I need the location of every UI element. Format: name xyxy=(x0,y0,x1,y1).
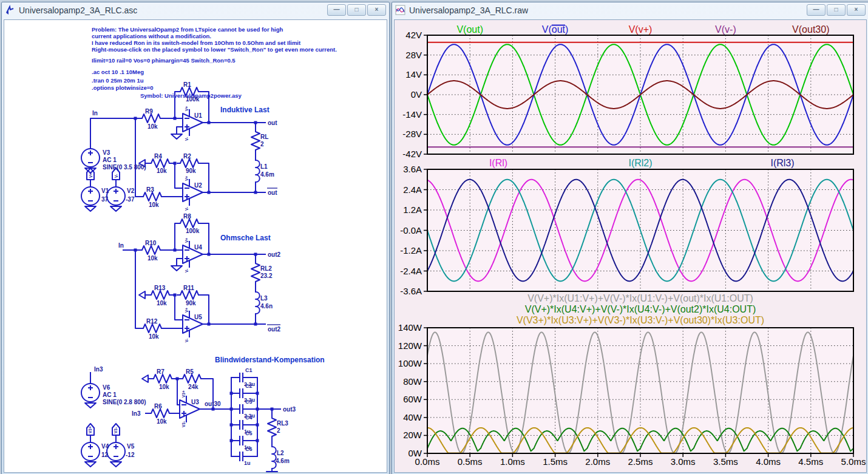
plot-pane-2[interactable]: -3.6A-2.4A-1.2A-0.0A1.2A2.4A3.6AI(Rl)I(R… xyxy=(400,158,853,296)
svg-text:.options plotwinsize=0: .options plotwinsize=0 xyxy=(92,84,154,91)
plot-pane-1[interactable]: -42V-28V-14V0V14V28V42VV(out)V(out)V(v+)… xyxy=(402,24,853,159)
rail-label: V+ xyxy=(89,173,93,178)
source-V1 xyxy=(81,187,100,205)
resistor-R5 xyxy=(180,374,206,383)
y-tick-label: 1.2A xyxy=(403,205,422,215)
resistor-RL xyxy=(251,129,260,155)
part-value: 2 xyxy=(277,427,280,434)
close-button[interactable]: × xyxy=(847,4,866,16)
part-ref: L1 xyxy=(260,163,268,170)
part-value: AC 1 xyxy=(103,157,117,163)
legend-item[interactable]: V(v+) xyxy=(629,24,653,35)
part-value: 37 xyxy=(101,196,109,203)
resistor-RL3 xyxy=(268,415,276,442)
y-tick-label: 2.4A xyxy=(403,185,422,195)
legend-item[interactable]: V(V+)*Ix(U4:V+)+V(V-)*Ix(U4:V-)+V(out2)*… xyxy=(525,304,756,314)
net-flag-icon xyxy=(142,375,148,382)
svg-text:V-: V- xyxy=(185,339,189,342)
close-button[interactable]: × xyxy=(367,4,386,16)
svg-text:V+: V+ xyxy=(185,238,189,243)
part-ref: U5 xyxy=(194,314,202,320)
ground-icon xyxy=(85,206,96,211)
legend-item[interactable]: I(Rl2) xyxy=(628,158,652,168)
x-tick-label: 0.5ms xyxy=(458,456,483,467)
y-tick-label: 120W xyxy=(398,340,422,351)
rail-label: V3- xyxy=(114,427,118,433)
part-ref: C1 xyxy=(245,367,253,373)
part-value: 90k xyxy=(186,168,196,174)
y-tick-label: -0.0A xyxy=(400,225,422,235)
net-label: In xyxy=(118,242,124,249)
legend-item[interactable]: V(out) xyxy=(542,24,569,35)
resistor-R13 xyxy=(148,291,175,299)
part-ref: R2 xyxy=(183,153,191,160)
waveform-app-icon xyxy=(395,5,405,15)
part-value: -37 xyxy=(126,196,135,203)
svg-text:Problem: The UniversalOpamp2 f: Problem: The UniversalOpamp2 from LTspic… xyxy=(92,26,283,33)
net-label: out2 xyxy=(268,326,281,333)
part-value: AC 1 xyxy=(103,391,117,398)
section-title-ohmic: Ohmsche Last xyxy=(220,234,271,242)
part-ref: U2 xyxy=(194,182,202,189)
source-V6 xyxy=(81,384,100,402)
legend-item[interactable]: V(v-) xyxy=(715,24,736,35)
minimize-button[interactable]: — xyxy=(807,4,826,16)
waveform-viewer[interactable]: -42V-28V-14V0V14V28V42VV(out)V(out)V(v+)… xyxy=(394,19,867,473)
part-ref: C3 xyxy=(245,399,253,405)
y-tick-label: 42V xyxy=(405,30,422,40)
resistor-R3 xyxy=(140,192,167,201)
part-value: 10k xyxy=(149,333,159,340)
part-ref: U1 xyxy=(194,112,202,119)
section-title-compensation: Blindwiderstand-Kompensation xyxy=(215,356,325,364)
net-label: In3 xyxy=(132,410,141,417)
circuit-inductive-load[interactable]: R9 10k R1 100k R4 10k R2 90k R3 10k RL 2… xyxy=(81,81,277,211)
part-value: 4.6m xyxy=(260,171,274,178)
net-label: out xyxy=(268,189,277,196)
x-tick-label: 2.5ms xyxy=(628,456,653,467)
schematic-window: Universalopamp2_3A_RLC.asc — □ × Problem… xyxy=(1,2,390,474)
minimize-button[interactable]: — xyxy=(327,4,346,16)
schematic-canvas[interactable]: Problem: The UniversalOpamp2 from LTspic… xyxy=(4,19,387,473)
ground-icon xyxy=(110,462,121,467)
y-tick-label: 40W xyxy=(403,412,422,422)
waveform-window-titlebar[interactable]: Universalopamp2_3A_RLC.raw — □ × xyxy=(392,2,868,18)
resistor-R10 xyxy=(139,246,166,254)
legend-item[interactable]: V(out) xyxy=(456,24,483,35)
y-tick-label: -3.6A xyxy=(400,286,422,296)
circuit-ohmic-load[interactable]: R10 10k R8 100k R13 10k R11 90k R12 10k … xyxy=(118,213,281,342)
x-tick-label: 3.0ms xyxy=(671,456,696,467)
resistor-R4 xyxy=(148,159,175,168)
legend-item[interactable]: V(out30) xyxy=(792,24,829,35)
part-value: 100k xyxy=(186,96,200,103)
svg-text:Ilimit=10 rail=0 Vos=0 phimarg: Ilimit=10 rail=0 Vos=0 phimargin=45 Swit… xyxy=(92,57,236,64)
svg-text:.tran 0 25m 20m 1u: .tran 0 25m 20m 1u xyxy=(92,77,144,84)
part-ref: U4 xyxy=(194,244,202,251)
maximize-button[interactable]: □ xyxy=(827,4,846,16)
legend-item[interactable]: I(Rl) xyxy=(489,158,507,168)
part-value: 24k xyxy=(188,384,198,390)
legend-item[interactable]: V(V3+)*Ix(U3:V+)+V(V3-)*Ix(U3:V-)+V(out3… xyxy=(517,315,764,325)
part-value: SINE(0 2.8 800) xyxy=(103,399,146,405)
y-tick-label: -2.4A xyxy=(400,266,422,276)
plot-pane-3[interactable]: 0W20W40W60W80W100W120W140W0.0ms0.5ms1.0m… xyxy=(398,293,866,467)
ground-icon xyxy=(266,472,277,473)
part-ref: R12 xyxy=(146,318,158,325)
part-ref: V3 xyxy=(103,149,110,156)
svg-text:current applications without a: current applications without a modificat… xyxy=(92,33,211,39)
schematic-window-titlebar[interactable]: Universalopamp2_3A_RLC.asc — □ × xyxy=(2,2,389,18)
legend-item[interactable]: V(V+)*Ix(U1:V+)+V(V-)*Ix(U1:V-)+V(out)*I… xyxy=(527,293,753,303)
part-value: 2 xyxy=(260,141,264,147)
maximize-button[interactable]: □ xyxy=(347,4,366,16)
circuit-compensation[interactable]: R7 10k R5 24k R6 10k U3 C1 2.2u C2 2.2u … xyxy=(81,366,296,473)
x-tick-label: 2.0ms xyxy=(585,456,610,467)
resistor-RL2 xyxy=(251,260,260,287)
part-ref: V2 xyxy=(127,188,135,194)
legend-item[interactable]: I(Rl3) xyxy=(770,158,794,168)
ground-icon xyxy=(85,462,96,467)
part-ref: R11 xyxy=(183,285,194,291)
window-title: Universalopamp2_3A_RLC.raw xyxy=(409,5,528,15)
source-V3 xyxy=(81,149,100,167)
part-value: 12 xyxy=(101,452,109,458)
svg-text:V-: V- xyxy=(185,137,189,141)
y-tick-label: 14V xyxy=(405,69,422,80)
